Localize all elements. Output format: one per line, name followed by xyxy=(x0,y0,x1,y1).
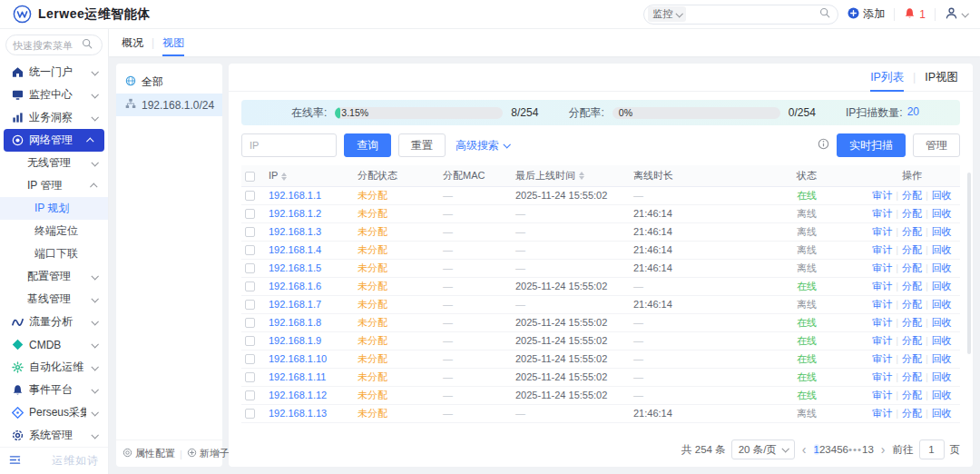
action-assign[interactable]: 分配 xyxy=(902,390,922,400)
row-checkbox[interactable] xyxy=(245,336,255,346)
sidebar-item-ip-plan[interactable]: IP 规划 xyxy=(0,197,108,220)
menu-search-input[interactable] xyxy=(13,40,78,51)
sidebar-item-ip-mgmt[interactable]: IP 管理 xyxy=(0,174,108,197)
tab-view[interactable]: 视图 xyxy=(162,29,184,56)
action-audit[interactable]: 审计 xyxy=(872,226,892,237)
action-audit[interactable]: 审计 xyxy=(872,371,892,382)
attribute-config-button[interactable]: 属性配置 xyxy=(122,447,175,460)
ip-link[interactable]: 192.168.1.13 xyxy=(269,408,327,419)
page-ellipsis[interactable]: ••• xyxy=(848,444,862,455)
action-reclaim[interactable]: 回收 xyxy=(932,408,952,419)
action-assign[interactable]: 分配 xyxy=(902,317,922,328)
sidebar-item-network[interactable]: 网络管理 xyxy=(4,129,104,152)
row-checkbox[interactable] xyxy=(245,300,255,310)
sidebar-item-perseus[interactable]: Perseus采集 xyxy=(0,401,108,424)
action-audit[interactable]: 审计 xyxy=(872,408,892,419)
column-header[interactable]: IP xyxy=(265,165,354,186)
page-size-select[interactable]: 20 条/页 xyxy=(731,439,795,459)
ip-filter-input[interactable] xyxy=(241,133,337,157)
sidebar-item-wireless[interactable]: 无线管理 xyxy=(0,152,108,174)
action-assign[interactable]: 分配 xyxy=(902,226,922,237)
action-audit[interactable]: 审计 xyxy=(872,299,892,310)
action-audit[interactable]: 审计 xyxy=(872,262,892,273)
sidebar-item-monitor[interactable]: 监控中心 xyxy=(0,84,108,106)
advanced-search-link[interactable]: 高级搜索 xyxy=(456,138,509,153)
action-assign[interactable]: 分配 xyxy=(902,353,922,364)
row-checkbox[interactable] xyxy=(245,354,255,364)
tab-ip-list[interactable]: IP列表 xyxy=(870,64,904,92)
ip-link[interactable]: 192.168.1.11 xyxy=(269,371,326,382)
ip-link[interactable]: 192.168.1.9 xyxy=(269,335,321,346)
action-reclaim[interactable]: 回收 xyxy=(932,208,952,219)
page-number-13[interactable]: 13 xyxy=(862,444,874,455)
row-checkbox[interactable] xyxy=(245,409,255,419)
user-menu[interactable] xyxy=(945,6,967,23)
action-audit[interactable]: 审计 xyxy=(872,390,892,400)
sort-icon[interactable] xyxy=(579,172,584,180)
action-audit[interactable]: 审计 xyxy=(872,353,892,364)
row-checkbox[interactable] xyxy=(245,227,255,237)
table-scrollbar[interactable] xyxy=(967,173,971,354)
action-reclaim[interactable]: 回收 xyxy=(932,226,952,237)
action-audit[interactable]: 审计 xyxy=(872,281,892,291)
tree-item-subnet[interactable]: 192.168.1.0/24 xyxy=(116,94,222,116)
action-assign[interactable]: 分配 xyxy=(902,408,922,419)
action-audit[interactable]: 审计 xyxy=(872,317,892,328)
ip-scan-value[interactable]: 20 xyxy=(907,105,919,121)
ip-link[interactable]: 192.168.1.5 xyxy=(269,262,321,273)
sidebar-item-automation[interactable]: 自动化运维 xyxy=(0,356,108,379)
row-checkbox[interactable] xyxy=(245,263,255,273)
ip-link[interactable]: 192.168.1.3 xyxy=(269,226,321,237)
ip-link[interactable]: 192.168.1.12 xyxy=(269,390,327,400)
select-all-checkbox[interactable] xyxy=(245,172,255,182)
info-icon[interactable] xyxy=(818,138,829,153)
action-reclaim[interactable]: 回收 xyxy=(932,281,952,291)
ip-link[interactable]: 192.168.1.10 xyxy=(269,353,327,364)
action-audit[interactable]: 审计 xyxy=(872,208,892,219)
query-button[interactable]: 查询 xyxy=(344,133,391,157)
action-assign[interactable]: 分配 xyxy=(902,208,922,219)
global-search[interactable]: 监控 xyxy=(643,5,838,25)
tab-overview[interactable]: 概况 xyxy=(122,29,143,56)
action-reclaim[interactable]: 回收 xyxy=(932,335,952,346)
goto-page-input[interactable] xyxy=(919,439,945,459)
action-reclaim[interactable]: 回收 xyxy=(932,390,952,400)
add-button[interactable]: 添加 xyxy=(848,6,885,22)
manage-button[interactable]: 管理 xyxy=(913,133,960,157)
sidebar-item-portal[interactable]: 统一门户 xyxy=(0,61,108,84)
action-reclaim[interactable]: 回收 xyxy=(932,190,952,201)
sidebar-item-cmdb[interactable]: CMDB xyxy=(0,333,108,356)
action-reclaim[interactable]: 回收 xyxy=(932,371,952,382)
ip-link[interactable]: 192.168.1.8 xyxy=(269,317,321,328)
action-assign[interactable]: 分配 xyxy=(902,299,922,310)
menu-search[interactable] xyxy=(5,35,103,55)
row-checkbox[interactable] xyxy=(245,390,255,400)
tab-ip-view[interactable]: IP视图 xyxy=(925,64,958,92)
sidebar-item-system[interactable]: 系统管理 xyxy=(0,424,108,447)
realtime-scan-button[interactable]: 实时扫描 xyxy=(837,133,906,157)
action-reclaim[interactable]: 回收 xyxy=(932,317,952,328)
ip-link[interactable]: 192.168.1.7 xyxy=(269,299,321,310)
action-assign[interactable]: 分配 xyxy=(902,281,922,291)
sidebar-item-terminal[interactable]: 终端定位 xyxy=(0,220,108,242)
row-checkbox[interactable] xyxy=(245,191,255,201)
sidebar-item-insight[interactable]: 业务洞察 xyxy=(0,106,108,129)
row-checkbox[interactable] xyxy=(245,281,255,291)
action-reclaim[interactable]: 回收 xyxy=(932,299,952,310)
row-checkbox[interactable] xyxy=(245,372,255,382)
action-reclaim[interactable]: 回收 xyxy=(932,353,952,364)
action-reclaim[interactable]: 回收 xyxy=(932,262,952,273)
sidebar-item-config[interactable]: 配置管理 xyxy=(0,265,108,288)
action-audit[interactable]: 审计 xyxy=(872,190,892,201)
ip-link[interactable]: 192.168.1.2 xyxy=(269,208,321,219)
action-audit[interactable]: 审计 xyxy=(872,335,892,346)
column-header[interactable]: 最后上线时间 xyxy=(512,165,630,186)
prev-page-button[interactable]: ‹ xyxy=(800,442,808,457)
sidebar-item-port-link[interactable]: 端口下联 xyxy=(0,242,108,265)
search-scope-select[interactable]: 监控 xyxy=(648,6,686,22)
collapse-sidebar-icon[interactable] xyxy=(9,454,21,469)
tree-item-all[interactable]: 全部 xyxy=(116,71,222,94)
action-assign[interactable]: 分配 xyxy=(902,262,922,273)
action-assign[interactable]: 分配 xyxy=(902,244,922,255)
action-assign[interactable]: 分配 xyxy=(902,335,922,346)
